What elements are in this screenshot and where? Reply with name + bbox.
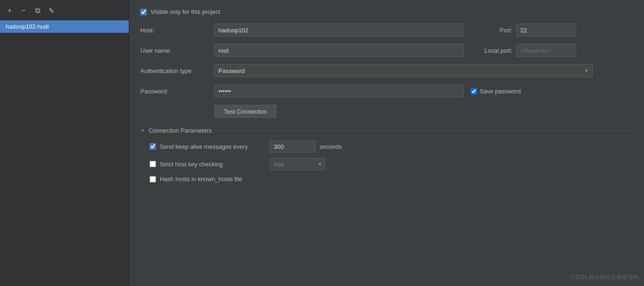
params-section: Send keep alive messages every seconds S… <box>150 140 633 183</box>
keep-alive-input[interactable] <box>270 140 316 152</box>
keep-alive-unit: seconds <box>319 143 342 150</box>
strict-host-checkbox[interactable] <box>150 161 156 167</box>
password-row: Password: Save password <box>140 85 633 97</box>
host-label: Host: <box>140 27 214 34</box>
strict-host-select[interactable]: Ask Yes No <box>270 158 325 170</box>
main-panel: Visible only for this project Host: Port… <box>129 0 644 286</box>
sidebar: + − ⧉ ✎ hadoop102-hudi <box>0 0 129 286</box>
save-password-label: Save password <box>480 88 521 95</box>
host-input[interactable] <box>214 24 463 37</box>
localport-group: Local port: <box>471 44 576 57</box>
watermark: CSDN @小胡今天有变强吗 <box>571 274 638 281</box>
section-collapse-arrow[interactable]: ▼ <box>140 128 145 133</box>
username-row: User name: Local port: <box>140 44 633 57</box>
edit-button[interactable]: ✎ <box>46 6 56 16</box>
hash-hosts-row: Hash hosts in known_hosts file <box>150 176 633 183</box>
password-label: Password: <box>140 88 214 95</box>
keep-alive-row: Send keep alive messages every seconds <box>150 140 633 152</box>
sidebar-toolbar: + − ⧉ ✎ <box>0 4 129 20</box>
add-button[interactable]: + <box>5 6 15 16</box>
test-connection-button[interactable]: Test Connection <box>214 105 277 118</box>
visible-checkbox[interactable] <box>140 9 147 15</box>
save-password-checkbox[interactable] <box>471 88 477 94</box>
copy-button[interactable]: ⧉ <box>32 6 42 16</box>
localport-input[interactable] <box>516 44 576 57</box>
test-connection-wrapper: Test Connection <box>140 105 633 125</box>
auth-label: Authentication type: <box>140 67 214 74</box>
connection-params-header: ▼ Connection Parameters <box>140 127 633 134</box>
port-group: Port: <box>471 24 576 37</box>
connection-params-title: Connection Parameters <box>149 127 212 134</box>
username-label: User name: <box>140 47 214 54</box>
remove-button[interactable]: − <box>18 6 29 16</box>
strict-host-label: Strict host key checking <box>160 161 266 168</box>
port-label: Port: <box>471 27 512 34</box>
hash-hosts-label: Hash hosts in known_hosts file <box>160 176 266 183</box>
keep-alive-label: Send keep alive messages every <box>160 143 266 150</box>
auth-select[interactable]: Password Key pair Agent <box>214 64 593 77</box>
hash-hosts-checkbox[interactable] <box>150 176 156 183</box>
visible-label: Visible only for this project <box>150 8 220 15</box>
strict-host-select-wrapper: Ask Yes No ▼ <box>270 158 325 170</box>
section-divider <box>215 130 633 131</box>
localport-label: Local port: <box>471 47 512 54</box>
auth-select-wrapper: Password Key pair Agent ▼ <box>214 64 593 77</box>
password-input[interactable] <box>214 85 463 97</box>
port-input[interactable] <box>516 24 576 37</box>
keep-alive-checkbox[interactable] <box>150 143 156 150</box>
visible-project-row: Visible only for this project <box>140 8 633 15</box>
strict-host-row: Strict host key checking Ask Yes No ▼ <box>150 158 633 170</box>
host-row: Host: Port: <box>140 24 633 37</box>
save-password-group: Save password <box>471 88 521 95</box>
sidebar-item-hadoop102-hudi[interactable]: hadoop102-hudi <box>0 20 129 33</box>
auth-row: Authentication type: Password Key pair A… <box>140 64 633 77</box>
username-input[interactable] <box>214 44 463 57</box>
